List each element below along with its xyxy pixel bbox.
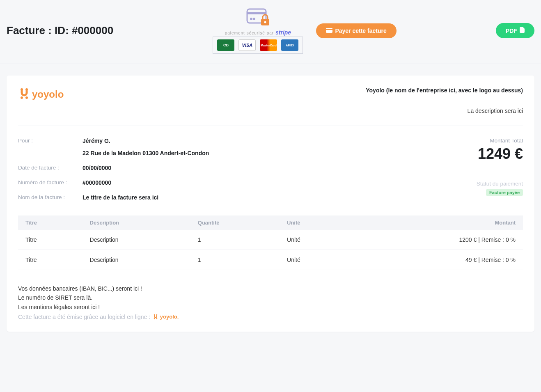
stripe-brand: stripe xyxy=(275,29,291,36)
footer-brand: yoyolo. xyxy=(153,313,179,321)
company-logo-text: yoyolo xyxy=(32,89,64,100)
cell-quantity: 1 xyxy=(190,250,280,270)
secure-text: paiement sécurisé par xyxy=(225,31,274,35)
total-label: Montant Total xyxy=(477,138,523,144)
cell-title: Titre xyxy=(18,250,83,270)
table-row: Titre Description 1 Unité 49 € | Remise … xyxy=(18,250,523,270)
svg-point-11 xyxy=(25,96,28,99)
footer-bank: Vos données bancaires (IBAN, BIC...) ser… xyxy=(18,284,523,293)
company-name: Yoyolo (le nom de l'entreprise ici, avec… xyxy=(366,87,523,94)
number-label: Numéro de facture : xyxy=(18,179,78,186)
cb-card-icon: CB xyxy=(217,39,234,51)
svg-point-3 xyxy=(253,18,255,20)
svg-rect-6 xyxy=(326,28,332,33)
svg-point-2 xyxy=(250,18,252,20)
svg-point-14 xyxy=(154,318,155,319)
payment-status-label: Statut du paiement xyxy=(477,181,523,187)
credit-card-icon xyxy=(326,28,332,34)
cell-unit: Unité xyxy=(280,230,348,250)
client-address: 22 Rue de la Madelon 01300 Andert-et-Con… xyxy=(83,150,209,156)
col-unit: Unité xyxy=(280,215,348,230)
cell-unit: Unité xyxy=(280,250,348,270)
invoice-date: 00/00/0000 xyxy=(83,165,209,171)
download-pdf-button[interactable]: PDF xyxy=(496,23,534,38)
col-amount: Montant xyxy=(348,215,523,230)
mastercard-icon: MasterCard xyxy=(260,39,277,51)
pay-button-label: Payer cette facture xyxy=(335,28,386,34)
footer-legal: Les mentions légales seront ici ! xyxy=(18,303,523,312)
company-description: La description sera ici xyxy=(366,108,523,114)
total-amount: 1249 € xyxy=(477,145,523,163)
date-label: Date de facture : xyxy=(18,165,78,171)
svg-point-5 xyxy=(264,21,266,23)
footer-credit-text: Cette facture a été émise grâce au logic… xyxy=(18,312,150,321)
pay-invoice-button[interactable]: Payer cette facture xyxy=(316,23,396,38)
footer-siret: Le numéro de SIRET sera là. xyxy=(18,293,523,302)
svg-point-15 xyxy=(156,318,158,319)
invoice-title-label: Nom de la facture : xyxy=(18,194,78,200)
card-lock-icon xyxy=(245,7,271,28)
invoice-title: Le titre de la facture sera ici xyxy=(83,194,209,201)
for-label: Pour : xyxy=(18,138,78,144)
pdf-button-label: PDF xyxy=(506,28,517,34)
cell-description: Description xyxy=(83,250,190,270)
cell-description: Description xyxy=(83,230,190,250)
line-items-table: Titre Description Quantité Unité Montant… xyxy=(18,215,523,270)
payment-status-badge: Facture payée xyxy=(486,189,523,196)
company-logo: yoyolo xyxy=(18,87,64,102)
col-title: Titre xyxy=(18,215,83,230)
cell-amount: 49 € | Remise : 0 % xyxy=(348,250,523,270)
svg-rect-7 xyxy=(326,29,332,30)
svg-rect-1 xyxy=(247,12,266,14)
client-name: Jérémy G. xyxy=(83,138,209,144)
page-title: Facture : ID: #000000 xyxy=(7,24,113,37)
cell-quantity: 1 xyxy=(190,230,280,250)
amex-card-icon: AMEX xyxy=(281,39,298,51)
card-logos: CB VISA MasterCard AMEX xyxy=(213,37,303,54)
pdf-file-icon xyxy=(520,27,525,34)
payment-secure-block: paiement sécurisé par stripe CB VISA Mas… xyxy=(213,7,303,54)
yoyolo-icon xyxy=(18,87,30,102)
invoice-number: #00000000 xyxy=(83,179,209,186)
col-description: Description xyxy=(83,215,190,230)
invoice-card: yoyolo Yoyolo (le nom de l'entreprise ic… xyxy=(7,76,534,332)
col-quantity: Quantité xyxy=(190,215,280,230)
cell-title: Titre xyxy=(18,230,83,250)
svg-point-10 xyxy=(21,96,23,99)
visa-card-icon: VISA xyxy=(238,39,256,51)
table-row: Titre Description 1 Unité 1200 € | Remis… xyxy=(18,230,523,250)
cell-amount: 1200 € | Remise : 0 % xyxy=(348,230,523,250)
